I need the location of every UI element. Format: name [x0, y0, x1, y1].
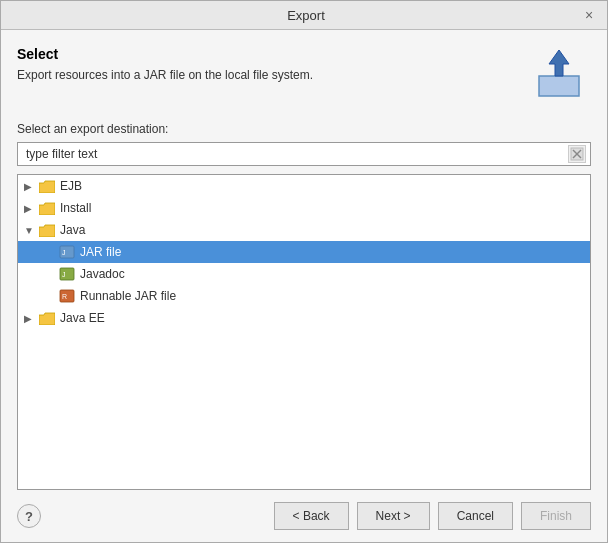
footer-buttons: < Back Next > Cancel Finish: [274, 502, 591, 530]
svg-text:R: R: [62, 293, 67, 300]
item-label-java-ee: Java EE: [60, 311, 105, 325]
svg-marker-14: [39, 313, 55, 325]
export-dialog: Export × Select Export resources into a …: [0, 0, 608, 543]
header-text: Select Export resources into a JAR file …: [17, 46, 521, 82]
cancel-button[interactable]: Cancel: [438, 502, 513, 530]
runnable-jar-icon: R: [58, 288, 76, 304]
tree-item-ejb[interactable]: ▶ EJB: [18, 175, 590, 197]
item-label-runnable-jar: Runnable JAR file: [80, 289, 176, 303]
filter-input[interactable]: [22, 145, 568, 163]
javadoc-icon: J: [58, 266, 76, 282]
tree-item-runnable-jar[interactable]: R Runnable JAR file: [18, 285, 590, 307]
folder-icon-ejb: [38, 178, 56, 194]
folder-icon-java-ee: [38, 310, 56, 326]
expand-arrow-java-ee: ▶: [24, 313, 38, 324]
tree-item-javadoc[interactable]: J Javadoc: [18, 263, 590, 285]
title-bar: Export ×: [1, 1, 607, 30]
svg-marker-6: [39, 203, 55, 215]
svg-text:J: J: [62, 249, 66, 256]
export-icon: [531, 46, 591, 106]
tree-item-java[interactable]: ▼ Java: [18, 219, 590, 241]
item-label-install: Install: [60, 201, 91, 215]
footer: ? < Back Next > Cancel Finish: [1, 490, 607, 542]
expand-arrow-ejb: ▶: [24, 181, 38, 192]
tree-item-java-ee[interactable]: ▶ Java EE: [18, 307, 590, 329]
help-button[interactable]: ?: [17, 504, 41, 528]
expand-arrow-install: ▶: [24, 203, 38, 214]
section-label: Select an export destination:: [17, 122, 591, 136]
tree-item-jar-file[interactable]: J JAR file: [18, 241, 590, 263]
header-section: Select Export resources into a JAR file …: [17, 46, 591, 106]
item-label-java: Java: [60, 223, 85, 237]
filter-clear-button[interactable]: [568, 145, 586, 163]
folder-icon-java: [38, 222, 56, 238]
header-description: Export resources into a JAR file on the …: [17, 68, 521, 82]
tree-container[interactable]: ▶ EJB ▶ Install ▼: [17, 174, 591, 490]
svg-marker-7: [39, 225, 55, 237]
svg-rect-0: [539, 76, 579, 96]
folder-icon-install: [38, 200, 56, 216]
close-button[interactable]: ×: [581, 7, 597, 23]
item-label-ejb: EJB: [60, 179, 82, 193]
next-button[interactable]: Next >: [357, 502, 430, 530]
back-button[interactable]: < Back: [274, 502, 349, 530]
page-title: Select: [17, 46, 521, 62]
dialog-title: Export: [31, 8, 581, 23]
finish-button[interactable]: Finish: [521, 502, 591, 530]
item-label-jar-file: JAR file: [80, 245, 121, 259]
dialog-body: Select Export resources into a JAR file …: [1, 30, 607, 490]
jar-icon: J: [58, 244, 76, 260]
filter-row: [17, 142, 591, 166]
svg-marker-5: [39, 181, 55, 193]
item-label-javadoc: Javadoc: [80, 267, 125, 281]
tree-item-install[interactable]: ▶ Install: [18, 197, 590, 219]
svg-marker-1: [549, 50, 569, 76]
svg-text:J: J: [62, 271, 66, 278]
expand-arrow-java: ▼: [24, 225, 38, 236]
